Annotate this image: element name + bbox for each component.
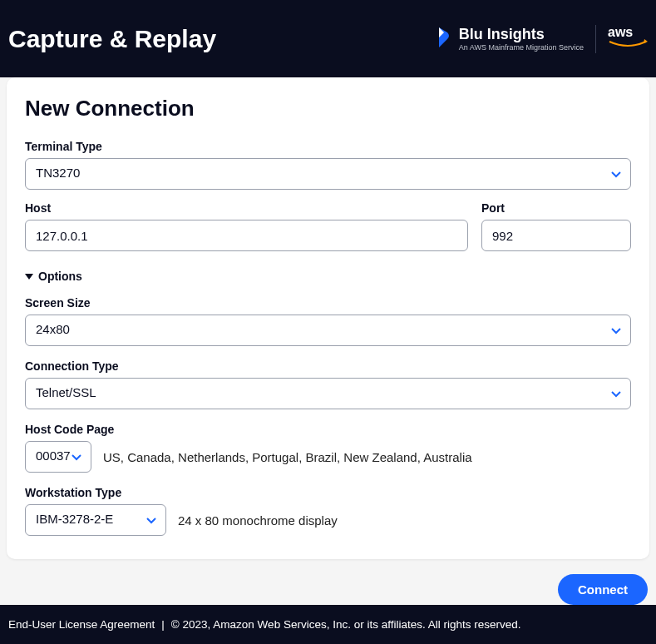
workstation-type-select[interactable]: IBM-3278-2-E — [25, 504, 166, 536]
aws-logo-icon: aws — [608, 25, 648, 53]
port-input[interactable] — [481, 220, 631, 251]
screen-size-label: Screen Size — [25, 296, 631, 310]
blu-insights-brand: Blu Insights An AWS Mainframe Migration … — [436, 26, 584, 52]
port-label: Port — [481, 201, 631, 215]
host-label: Host — [25, 201, 468, 215]
terminal-type-select[interactable]: TN3270 — [25, 158, 631, 190]
screen-size-select[interactable]: 24x80 — [25, 315, 631, 346]
connection-type-label: Connection Type — [25, 359, 631, 373]
blu-logo-icon — [436, 26, 452, 52]
caret-down-icon — [25, 270, 33, 283]
host-input[interactable] — [25, 220, 468, 251]
page-footer: End-User License Agreement | © 2023, Ama… — [0, 605, 656, 644]
brand-name: Blu Insights — [459, 26, 584, 43]
host-code-page-description: US, Canada, Netherlands, Portugal, Brazi… — [103, 450, 472, 464]
connect-button[interactable]: Connect — [558, 574, 648, 605]
eula-link[interactable]: End-User License Agreement — [8, 618, 155, 631]
host-code-page-label: Host Code Page — [25, 423, 631, 436]
options-toggle[interactable]: Options — [25, 270, 631, 283]
connection-type-select[interactable]: Telnet/SSL — [25, 378, 631, 409]
copyright-text: © 2023, Amazon Web Services, Inc. or its… — [171, 618, 521, 631]
brand-divider — [595, 25, 596, 53]
brand-text: Blu Insights An AWS Mainframe Migration … — [459, 26, 584, 52]
svg-text:aws: aws — [608, 25, 633, 39]
page-title: Capture & Replay — [8, 25, 216, 53]
workstation-type-description: 24 x 80 monochrome display — [178, 513, 338, 528]
new-connection-panel: New Connection Terminal Type TN3270 Host… — [7, 77, 649, 559]
action-bar: Connect — [0, 559, 656, 605]
options-label: Options — [38, 270, 82, 283]
host-code-page-select[interactable]: 00037 — [25, 441, 91, 473]
footer-separator: | — [161, 618, 165, 631]
app-header: Capture & Replay Blu Insights An AWS Mai… — [0, 0, 656, 77]
terminal-type-label: Terminal Type — [25, 140, 631, 153]
panel-title: New Connection — [25, 96, 631, 121]
workstation-type-label: Workstation Type — [25, 486, 631, 499]
brand-subtitle: An AWS Mainframe Migration Service — [459, 43, 584, 52]
brand-block: Blu Insights An AWS Mainframe Migration … — [436, 25, 648, 53]
